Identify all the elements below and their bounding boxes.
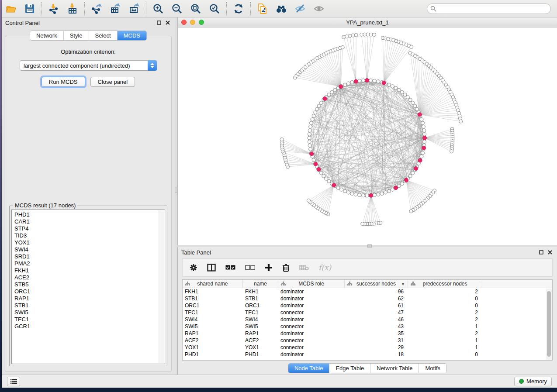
tab-network[interactable]: Network <box>30 31 64 40</box>
control-panel: Control Panel NetworkStyleSelectMCDS Opt… <box>2 17 175 375</box>
columns-icon[interactable] <box>207 264 216 272</box>
table-row[interactable]: RAP1RAP1dominator352 <box>183 330 552 337</box>
column-header-name[interactable]: name <box>243 280 278 288</box>
cell: 2 <box>408 309 482 316</box>
zoom-out-icon[interactable] <box>171 3 183 14</box>
cell: 1 <box>408 344 482 351</box>
optimization-criterion-select[interactable]: largest connected component (undirected) <box>20 60 157 71</box>
network-canvas[interactable] <box>178 28 557 245</box>
import-network-icon[interactable] <box>48 3 59 14</box>
memory-button[interactable]: Memory <box>514 377 552 386</box>
float-panel-icon[interactable] <box>156 19 163 26</box>
mcds-tab-content: Optimization criterion: largest connecte… <box>5 36 172 372</box>
table-row[interactable]: ACE2ACE2connector311 <box>183 337 552 344</box>
panel-menu-button[interactable] <box>7 377 20 386</box>
table-scrollbar[interactable] <box>546 289 552 360</box>
column-header-successor-nodes[interactable]: successor nodes▼ <box>345 280 408 288</box>
cell: ACE2 <box>243 337 278 344</box>
zoom-selected-icon[interactable] <box>209 3 220 14</box>
result-node[interactable]: GCR1 <box>14 323 165 330</box>
cell: 29 <box>345 344 408 351</box>
save-session-icon[interactable] <box>24 3 35 14</box>
zoom-in-icon[interactable] <box>152 3 164 14</box>
result-list-scrollbar[interactable] <box>159 210 164 363</box>
import-table-icon[interactable] <box>67 3 78 14</box>
cell: SWI4 <box>183 316 243 323</box>
result-node[interactable]: RAP1 <box>14 295 165 302</box>
splitter-grip[interactable] <box>367 244 372 248</box>
toolbar-separator <box>146 2 146 15</box>
table-row[interactable]: STB1STB1dominator620 <box>183 295 552 302</box>
hide-selected-eye-icon[interactable] <box>294 3 306 14</box>
clone-network-icon[interactable] <box>257 3 268 14</box>
delete-column-trash-icon[interactable] <box>282 264 290 272</box>
cell: STB1 <box>183 295 243 302</box>
tab-node-table[interactable]: Node Table <box>288 364 330 373</box>
result-node[interactable]: TID3 <box>14 232 165 239</box>
refresh-icon[interactable] <box>233 3 244 14</box>
search-input[interactable] <box>427 3 551 14</box>
export-network-icon[interactable] <box>91 3 102 14</box>
column-header-predecessor-nodes[interactable]: predecessor nodes <box>408 280 482 288</box>
network-view-window: YPA_prune.txt_1 <box>177 17 557 245</box>
close-panel-button[interactable]: Close panel <box>90 77 135 87</box>
tab-edge-table[interactable]: Edge Table <box>329 364 370 373</box>
show-eye-icon[interactable] <box>313 3 325 14</box>
deselect-checks-icon[interactable] <box>245 265 255 270</box>
table-row[interactable]: FKH1FKH1dominator962 <box>183 288 552 295</box>
result-node[interactable]: ORC1 <box>14 288 165 295</box>
network-window-titlebar[interactable]: YPA_prune.txt_1 <box>178 17 557 28</box>
desktop-wallpaper: Control Panel NetworkStyleSelectMCDS Opt… <box>0 0 557 392</box>
cell: 35 <box>345 330 408 337</box>
cell: TEC1 <box>243 309 278 316</box>
column-header-MCDS-role[interactable]: MCDS role <box>278 280 345 288</box>
result-node[interactable]: STB1 <box>14 302 165 309</box>
gear-icon[interactable] <box>190 264 197 272</box>
toolbar-separator <box>42 2 42 15</box>
run-mcds-button[interactable]: Run MCDS <box>42 77 85 87</box>
select-all-checks-icon[interactable] <box>225 265 235 270</box>
tab-select[interactable]: Select <box>89 31 118 40</box>
vertical-splitter[interactable] <box>175 17 177 375</box>
tab-motifs[interactable]: Motifs <box>419 364 446 373</box>
result-node[interactable]: ACE2 <box>14 274 165 281</box>
select-stepper-icon <box>148 60 157 71</box>
node-table[interactable]: shared namenameMCDS rolesuccessor nodes▼… <box>182 279 553 361</box>
splitter-grip[interactable] <box>175 187 178 193</box>
control-panel-tabs: NetworkStyleSelectMCDS <box>30 31 147 41</box>
result-node[interactable]: STB5 <box>14 281 165 288</box>
table-row[interactable]: SWI5SWI5connector431 <box>183 323 552 330</box>
table-row[interactable]: SWI4SWI4dominator462 <box>183 316 552 323</box>
binoculars-icon[interactable] <box>276 3 287 14</box>
zoom-fit-icon[interactable] <box>190 3 201 14</box>
table-row[interactable]: PHD1PHD1dominator180 <box>183 351 552 358</box>
open-file-icon[interactable] <box>5 3 17 14</box>
scrollbar-thumb[interactable] <box>547 291 551 357</box>
tab-network-table[interactable]: Network Table <box>370 364 419 373</box>
result-node[interactable]: YOX1 <box>14 239 165 246</box>
result-node[interactable]: SRD1 <box>14 253 165 260</box>
add-column-icon[interactable] <box>265 264 273 272</box>
result-node[interactable]: CAR1 <box>14 218 165 225</box>
result-node[interactable]: STP4 <box>14 225 165 232</box>
export-table-icon[interactable] <box>110 3 121 14</box>
close-panel-icon[interactable] <box>547 249 554 256</box>
table-row[interactable]: YOX1YOX1connector291 <box>183 344 552 351</box>
mcds-result-list[interactable]: PHD1CAR1STP4TID3YOX1SWI4SRD1PMA2FKH1ACE2… <box>11 210 165 364</box>
result-node[interactable]: SWI4 <box>14 246 165 253</box>
table-row[interactable]: ORC1ORC1dominator610 <box>183 302 552 309</box>
table-row[interactable]: TEC1TEC1connector472 <box>183 309 552 316</box>
close-panel-icon[interactable] <box>164 19 171 26</box>
result-node[interactable]: PMA2 <box>14 260 165 267</box>
cell: dominator <box>278 316 345 323</box>
tab-mcds[interactable]: MCDS <box>118 31 146 40</box>
result-node[interactable]: SWI5 <box>14 309 165 316</box>
result-node[interactable]: FKH1 <box>14 267 165 274</box>
column-header-shared-name[interactable]: shared name <box>183 280 243 288</box>
result-node[interactable]: TEC1 <box>14 316 165 323</box>
result-node[interactable]: PHD1 <box>14 211 165 218</box>
tab-style[interactable]: Style <box>64 31 89 40</box>
horizontal-splitter[interactable] <box>177 245 557 247</box>
export-image-icon[interactable] <box>128 3 140 14</box>
float-panel-icon[interactable] <box>538 249 545 256</box>
